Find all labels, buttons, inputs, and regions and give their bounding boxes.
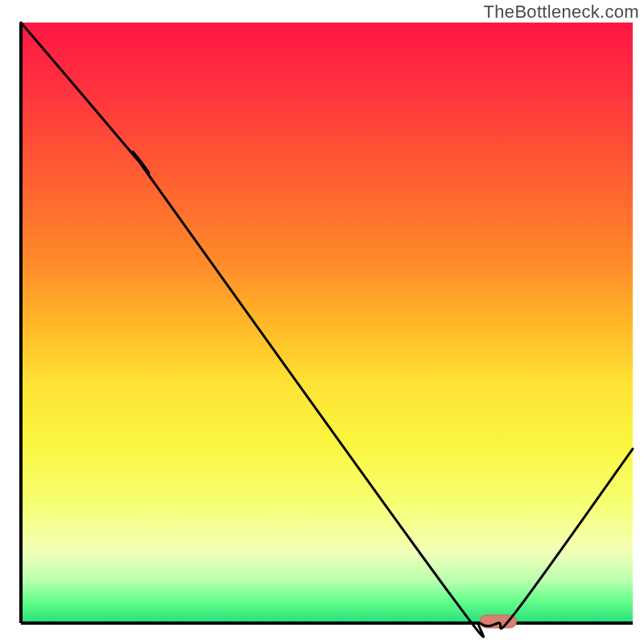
bottleneck-chart <box>0 0 644 644</box>
chart-container: TheBottleneck.com <box>0 0 644 644</box>
plot-background <box>21 23 633 623</box>
